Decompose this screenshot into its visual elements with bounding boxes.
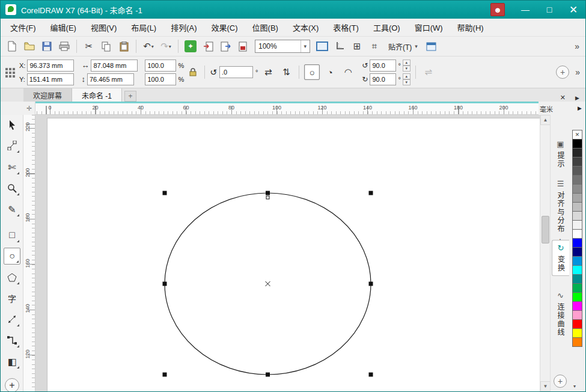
color-swatch[interactable] xyxy=(572,310,582,320)
menu-file[interactable]: 文件(F) xyxy=(3,19,43,36)
show-grid-button[interactable]: ⊞ xyxy=(349,38,365,54)
y-position-input[interactable] xyxy=(27,73,74,85)
canvas[interactable] xyxy=(35,115,540,391)
show-rulers-button[interactable] xyxy=(332,38,347,54)
color-swatch[interactable] xyxy=(572,139,582,149)
mirror-horizontal-button[interactable]: ⇄ xyxy=(260,64,276,80)
toolbar-overflow-button[interactable]: » xyxy=(575,41,582,51)
close-button[interactable]: ✕ xyxy=(561,1,585,19)
scrollbar-thumb[interactable] xyxy=(542,216,549,243)
selection-handle[interactable] xyxy=(163,191,167,195)
color-swatch[interactable] xyxy=(572,193,582,203)
zoom-tool[interactable] xyxy=(4,180,20,197)
mirror-vertical-button[interactable]: ⇅ xyxy=(278,64,294,80)
menu-tools[interactable]: 工具(O) xyxy=(366,19,407,36)
selection-center-marker[interactable] xyxy=(266,281,270,286)
color-swatch[interactable] xyxy=(572,157,582,167)
menu-layout[interactable]: 布局(L) xyxy=(124,19,163,36)
open-button[interactable] xyxy=(22,38,37,54)
menu-view[interactable]: 视图(V) xyxy=(84,19,124,36)
search-content-button[interactable]: ✦ xyxy=(183,38,198,54)
docker-tab-connect-curves[interactable]: ∿ 连接曲线 xyxy=(552,288,569,340)
color-swatch[interactable] xyxy=(572,265,582,275)
rectangle-tool[interactable]: □ xyxy=(4,227,20,243)
zoom-level-select[interactable]: 100% ▾ xyxy=(255,40,310,53)
lock-ratio-button[interactable] xyxy=(186,60,200,84)
start-angle-stepper[interactable]: ▴ ▾ xyxy=(403,60,411,72)
menu-table[interactable]: 表格(T) xyxy=(326,19,366,36)
polygon-tool[interactable] xyxy=(4,269,20,286)
fullscreen-preview-button[interactable] xyxy=(314,38,330,54)
ellipse-mode-button[interactable]: ○ xyxy=(304,64,320,80)
cut-button[interactable]: ✂ xyxy=(81,38,97,54)
color-swatch[interactable] xyxy=(572,247,582,257)
menu-arrange[interactable]: 排列(A) xyxy=(163,19,204,36)
docker-expand-button[interactable]: ▶ xyxy=(575,95,579,101)
color-swatch[interactable] xyxy=(572,256,582,266)
color-swatch[interactable] xyxy=(572,283,582,293)
pick-tool[interactable] xyxy=(4,116,20,133)
ellipse-node[interactable] xyxy=(266,196,269,199)
minimize-button[interactable]: — xyxy=(513,1,537,19)
print-button[interactable] xyxy=(56,38,72,54)
menu-effects[interactable]: 效果(C) xyxy=(204,19,245,36)
connector-tool[interactable] xyxy=(4,332,20,349)
color-swatch[interactable] xyxy=(572,337,582,347)
account-button[interactable]: ☻ xyxy=(490,3,505,16)
tab-welcome[interactable]: 欢迎屏幕 xyxy=(23,88,72,102)
import-button[interactable] xyxy=(200,38,216,54)
color-swatch[interactable] xyxy=(572,166,582,176)
selection-handle[interactable] xyxy=(266,373,270,377)
palette-scroll-right-icon[interactable]: ▶ xyxy=(578,105,582,111)
save-button[interactable] xyxy=(39,38,55,54)
color-swatch[interactable] xyxy=(572,184,582,194)
color-swatch[interactable] xyxy=(572,211,582,221)
color-swatch[interactable] xyxy=(572,229,582,239)
color-swatch[interactable] xyxy=(572,319,582,329)
scale-horizontal-input[interactable] xyxy=(145,60,176,72)
dimension-tool[interactable] xyxy=(4,311,20,328)
vertical-ruler[interactable]: 220200180160140120 xyxy=(23,115,35,391)
selection-handle[interactable] xyxy=(266,191,270,195)
ellipse-tool[interactable]: ○ xyxy=(4,248,20,265)
paste-button[interactable] xyxy=(116,38,132,54)
color-swatch[interactable] xyxy=(572,202,582,212)
color-swatch[interactable] xyxy=(572,148,582,158)
menu-bitmaps[interactable]: 位图(B) xyxy=(245,19,285,36)
scale-vertical-input[interactable] xyxy=(145,73,176,85)
palette-scroll-down-icon[interactable]: ▾ xyxy=(573,384,576,389)
color-swatch[interactable] xyxy=(572,175,582,185)
new-tab-button[interactable]: + xyxy=(124,91,136,102)
selection-handle[interactable] xyxy=(369,191,373,195)
docker-quick-customize-button[interactable]: + xyxy=(554,375,567,388)
docker-tab-transform[interactable]: ↻ 变换 xyxy=(552,240,569,276)
shape-tool[interactable] xyxy=(4,137,20,154)
ruler-origin-button[interactable]: ✛ xyxy=(23,102,35,115)
new-document-button[interactable] xyxy=(4,38,20,54)
menu-edit[interactable]: 编辑(E) xyxy=(43,19,84,36)
no-color-swatch[interactable]: ✕ xyxy=(572,130,582,139)
export-button[interactable] xyxy=(218,38,233,54)
menu-window[interactable]: 窗口(W) xyxy=(407,19,450,36)
object-width-input[interactable] xyxy=(91,60,138,72)
redo-button[interactable]: ↷ xyxy=(158,38,174,54)
selection-handle[interactable] xyxy=(369,282,373,286)
menu-help[interactable]: 帮助(H) xyxy=(450,19,491,36)
copy-button[interactable] xyxy=(99,38,114,54)
end-angle-stepper[interactable]: ▴ ▾ xyxy=(403,73,411,85)
end-angle-input[interactable] xyxy=(370,73,396,85)
quick-customize-button[interactable]: + xyxy=(556,66,569,79)
snap-to-button[interactable]: 贴齐(T) ▾ xyxy=(384,39,422,54)
text-tool[interactable]: 字 xyxy=(4,290,20,307)
pie-mode-button[interactable]: ◔ xyxy=(322,64,338,80)
color-swatch[interactable] xyxy=(572,292,582,302)
freehand-tool[interactable]: ✎ xyxy=(4,201,20,218)
scroll-down-button[interactable]: ▼ xyxy=(540,381,551,391)
change-direction-button[interactable]: ⇌ xyxy=(421,64,436,80)
selection-handle[interactable] xyxy=(369,373,373,377)
add-tools-button[interactable]: + xyxy=(5,378,19,392)
horizontal-ruler[interactable]: 020406080100120140160180200 xyxy=(35,102,539,115)
publish-pdf-button[interactable] xyxy=(235,38,251,54)
arc-mode-button[interactable]: ◠ xyxy=(340,64,356,80)
vertical-scrollbar[interactable]: ▲ ▼ xyxy=(540,115,550,391)
